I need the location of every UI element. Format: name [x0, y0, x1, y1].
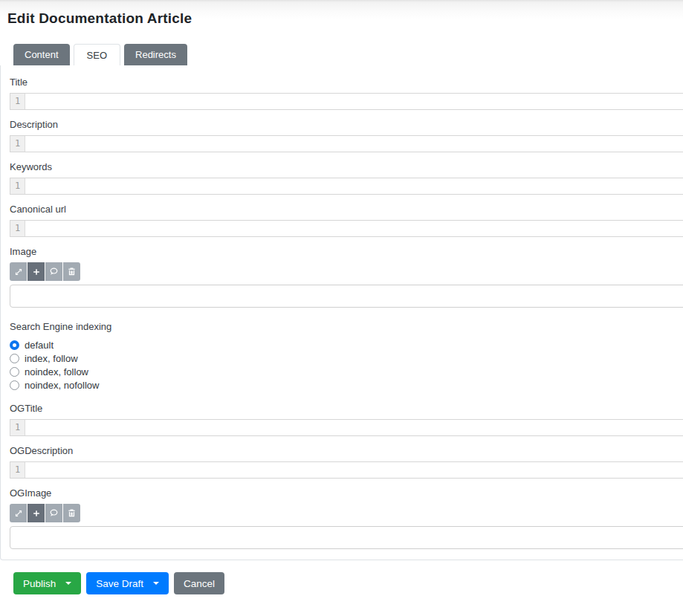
canonical-url-editor[interactable]: 1: [10, 220, 683, 237]
field-search-engine-indexing: Search Engine indexing default index, fo…: [10, 321, 683, 392]
field-keywords: Keywords 1: [10, 161, 683, 195]
field-og-image: OGImage: [10, 487, 683, 549]
publish-button[interactable]: Publish: [13, 572, 81, 594]
og-image-label: OGImage: [10, 487, 683, 499]
line-number-gutter: 1: [10, 178, 25, 194]
radio-option-label: default: [25, 340, 54, 351]
field-image: Image: [10, 246, 683, 308]
keywords-label: Keywords: [10, 161, 683, 172]
field-canonical-url: Canonical url 1: [10, 204, 683, 237]
radio-option-label: noindex, nofollow: [25, 380, 99, 391]
radio-option-noindex-nofollow[interactable]: noindex, nofollow: [10, 378, 683, 392]
image-preview-box[interactable]: [10, 285, 683, 308]
og-title-editor[interactable]: 1: [10, 419, 683, 436]
publish-button-label: Publish: [23, 578, 56, 589]
diagonal-arrows-icon: [14, 268, 23, 276]
tab-content[interactable]: Content: [13, 44, 70, 65]
description-editor-content[interactable]: [25, 136, 683, 152]
radio-button[interactable]: [10, 380, 19, 390]
og-image-toolbar: [10, 504, 683, 522]
trash-icon: [67, 267, 77, 276]
og-image-properties-button[interactable]: [45, 504, 62, 522]
save-draft-button-label: Save Draft: [96, 578, 143, 589]
keywords-editor[interactable]: 1: [10, 178, 683, 195]
og-image-preview-box[interactable]: [10, 526, 683, 549]
og-title-label: OGTitle: [10, 403, 683, 414]
radio-button[interactable]: [10, 354, 19, 363]
speech-bubble-icon: [49, 508, 59, 518]
select-og-image-button[interactable]: [10, 504, 27, 522]
plus-icon: [32, 509, 41, 518]
radio-option-default[interactable]: default: [10, 338, 683, 351]
radio-option-index-follow[interactable]: index, follow: [10, 351, 683, 365]
remove-og-image-button[interactable]: [63, 504, 80, 522]
tab-redirects[interactable]: Redirects: [124, 44, 187, 65]
cancel-button-label: Cancel: [184, 578, 215, 589]
title-label: Title: [10, 77, 683, 88]
select-image-button[interactable]: [10, 262, 27, 281]
radio-button-checked[interactable]: [10, 340, 19, 350]
radio-option-label: noindex, follow: [25, 366, 88, 377]
keywords-editor-content[interactable]: [25, 178, 683, 194]
field-description: Description 1: [10, 119, 683, 152]
radio-button[interactable]: [10, 367, 19, 377]
caret-down-icon: [153, 582, 159, 585]
image-toolbar: [10, 262, 683, 281]
image-label: Image: [10, 246, 683, 257]
canonical-url-editor-content[interactable]: [25, 221, 683, 236]
cancel-button[interactable]: Cancel: [174, 572, 224, 594]
field-og-title: OGTitle 1: [10, 403, 683, 436]
line-number-gutter: 1: [10, 94, 25, 109]
add-og-image-button[interactable]: [27, 504, 45, 522]
tab-seo[interactable]: SEO: [74, 44, 120, 65]
line-number-gutter: 1: [10, 136, 25, 152]
add-image-button[interactable]: [27, 262, 45, 281]
canonical-url-label: Canonical url: [10, 204, 683, 215]
diagonal-arrows-icon: [14, 509, 23, 518]
description-editor[interactable]: 1: [10, 135, 683, 152]
radio-option-noindex-follow[interactable]: noindex, follow: [10, 365, 683, 378]
remove-image-button[interactable]: [63, 262, 80, 281]
action-bar: Publish Save Draft Cancel: [13, 572, 683, 594]
page-title: Edit Documentation Article: [0, 0, 683, 27]
title-editor[interactable]: 1: [10, 93, 683, 110]
caret-down-icon: [65, 582, 71, 585]
field-title: Title 1: [10, 77, 683, 110]
og-description-label: OGDescription: [10, 445, 683, 456]
save-draft-button[interactable]: Save Draft: [86, 572, 169, 594]
line-number-gutter: 1: [10, 462, 25, 478]
seo-tab-panel: Title 1 Description 1 Keywords 1 Canonic…: [0, 65, 683, 560]
og-title-editor-content[interactable]: [25, 420, 683, 435]
og-description-editor[interactable]: 1: [10, 461, 683, 479]
title-editor-content[interactable]: [25, 94, 683, 109]
indexing-label: Search Engine indexing: [10, 321, 683, 332]
line-number-gutter: 1: [10, 221, 25, 236]
trash-icon: [67, 508, 77, 518]
field-og-description: OGDescription 1: [10, 445, 683, 479]
image-properties-button[interactable]: [45, 262, 62, 281]
radio-option-label: index, follow: [25, 353, 78, 364]
speech-bubble-icon: [49, 267, 59, 276]
og-description-editor-content[interactable]: [25, 462, 683, 478]
tab-bar: Content SEO Redirects: [13, 44, 683, 65]
line-number-gutter: 1: [10, 420, 25, 435]
plus-icon: [32, 268, 41, 276]
description-label: Description: [10, 119, 683, 130]
